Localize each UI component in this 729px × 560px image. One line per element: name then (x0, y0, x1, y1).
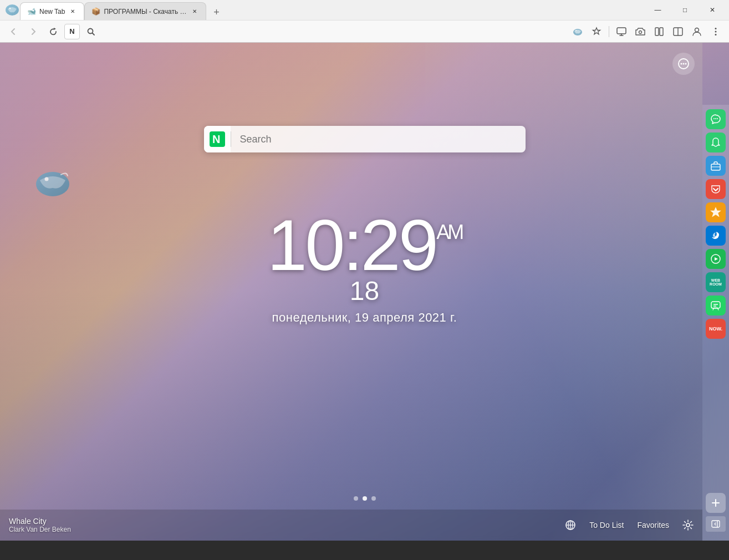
svg-point-30 (715, 118, 716, 119)
svg-rect-9 (660, 28, 663, 35)
chat-icon (710, 114, 721, 125)
todo-list-button[interactable]: To Do List (589, 521, 624, 530)
notion-button[interactable]: N (64, 24, 80, 39)
slideshow-dot-1[interactable] (354, 496, 358, 501)
account-icon (692, 27, 702, 37)
sidebar-item-snapchat[interactable] (706, 133, 726, 152)
menu-icon (711, 27, 721, 37)
search-button[interactable] (82, 23, 100, 40)
forward-icon (29, 27, 38, 36)
star-icon (710, 207, 721, 218)
slideshow-dots (354, 496, 376, 501)
sidebar-item-pocket[interactable] (706, 179, 726, 199)
svg-text:N: N (212, 133, 220, 145)
reload-button[interactable] (44, 23, 62, 40)
forward-button[interactable] (24, 23, 42, 40)
back-icon (9, 27, 18, 36)
naver-logo-icon: N (210, 131, 225, 147)
settings-icon (682, 520, 694, 531)
sidebar-item-play[interactable] (706, 249, 726, 269)
search-bar[interactable]: N (204, 126, 526, 152)
sidebar-item-message[interactable] (706, 296, 726, 315)
pocket-icon (710, 184, 721, 195)
back-button[interactable] (4, 23, 22, 40)
close-button[interactable]: ✕ (700, 2, 725, 18)
reader-icon (654, 27, 664, 37)
clock-date: понедельник, 19 апреля 2021 г. (267, 310, 462, 325)
chat-bubble-button[interactable] (672, 53, 695, 75)
slideshow-dot-2[interactable] (363, 496, 367, 501)
tab-close-btn[interactable]: ✕ (68, 7, 77, 16)
camera-icon (635, 27, 646, 37)
collapse-sidebar-icon (711, 520, 720, 528)
menu-button[interactable] (707, 23, 725, 40)
tabs-container: 🐋 New Tab ✕ 📦 ПРОГРАММЫ - Скачать бесп..… (20, 0, 645, 20)
svg-point-17 (45, 177, 49, 181)
clock-hours: 10 (267, 205, 343, 286)
sidebar-add-button[interactable] (706, 493, 726, 513)
webroom-text: WEBROOM (710, 278, 722, 286)
language-button[interactable] (565, 520, 576, 531)
svg-point-23 (685, 63, 687, 65)
slideshow-dot-3[interactable] (371, 496, 376, 501)
tab-title: New Tab (39, 8, 65, 16)
clock-section: 10:29AM 18 понедельник, 19 апреля 2021 г… (267, 209, 462, 325)
separator (609, 26, 609, 37)
window-controls: — □ ✕ (645, 2, 725, 18)
briefcase-icon (710, 160, 721, 171)
sidebar-item-star[interactable] (706, 202, 726, 222)
clock-minutes: 29 (361, 205, 437, 286)
maximize-button[interactable]: □ (672, 2, 697, 18)
browser-chrome: 🐋 New Tab ✕ 📦 ПРОГРАММЫ - Скачать бесп..… (0, 0, 729, 43)
clock-period: AM (436, 222, 462, 242)
tab-new-tab[interactable]: 🐋 New Tab ✕ (20, 2, 84, 20)
account-button[interactable] (688, 23, 706, 40)
svg-point-13 (715, 28, 717, 29)
ghost-icon (710, 137, 721, 148)
screencast-button[interactable] (613, 23, 630, 40)
bottom-right-controls: To Do List Favorites (565, 520, 694, 531)
sidebar-item-work[interactable] (706, 156, 726, 176)
split-view-button[interactable] (669, 23, 687, 40)
tab-programs[interactable]: 📦 ПРОГРАММЫ - Скачать бесп... ✕ (84, 2, 206, 20)
bookmark-icon (592, 27, 601, 37)
tab-favicon: 📦 (91, 7, 100, 16)
sidebar-item-webroom[interactable]: WEBROOM (706, 272, 726, 292)
new-tab-button[interactable]: + (208, 4, 224, 20)
camera-button[interactable] (631, 23, 649, 40)
sidebar-item-chat[interactable] (706, 109, 726, 129)
svg-rect-6 (617, 28, 626, 34)
title-bar-left (4, 2, 20, 18)
svg-point-28 (686, 523, 690, 527)
navigation-bar: N (0, 20, 729, 42)
svg-rect-8 (655, 28, 659, 35)
svg-point-1 (9, 8, 11, 9)
sidebar-collapse-button[interactable] (706, 516, 726, 532)
search-icon (86, 27, 95, 36)
svg-point-7 (639, 30, 642, 33)
svg-rect-40 (712, 521, 720, 527)
svg-point-31 (717, 118, 718, 119)
favorites-button[interactable]: Favorites (637, 521, 669, 530)
whale-button[interactable] (569, 23, 587, 40)
clock-time: 10:29AM (267, 209, 462, 281)
sidebar-item-now[interactable]: NOW. (706, 319, 726, 339)
photo-author: Clark Van Der Beken (9, 526, 71, 533)
todo-label: To Do List (589, 521, 624, 530)
svg-line-3 (93, 33, 95, 35)
settings-button[interactable] (682, 520, 694, 531)
tab-close-btn[interactable]: ✕ (190, 7, 199, 16)
reader-mode-button[interactable] (650, 23, 668, 40)
sidebar: WEBROOM NOW. (702, 105, 729, 541)
splitview-icon (673, 27, 683, 37)
search-input[interactable] (231, 126, 526, 152)
minimize-button[interactable]: — (645, 2, 670, 18)
svg-point-22 (683, 63, 685, 65)
bookmark-button[interactable] (588, 23, 605, 40)
favorites-label: Favorites (637, 521, 669, 530)
play-icon (710, 253, 721, 264)
sidebar-item-edge[interactable] (706, 226, 726, 246)
notion-icon: N (69, 27, 74, 35)
svg-point-15 (715, 34, 717, 35)
browser-logo-icon (4, 2, 20, 18)
